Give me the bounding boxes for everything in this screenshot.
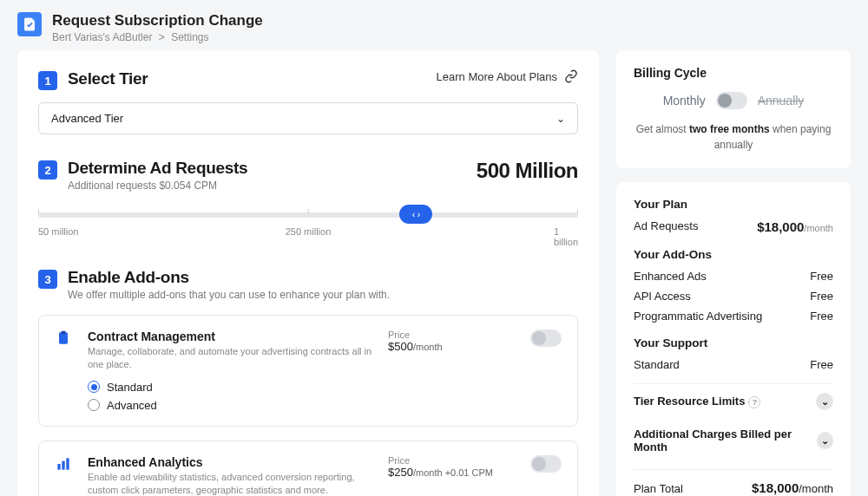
step-number: 3 [38, 270, 57, 289]
section-title: Determine Ad Requests [68, 159, 247, 178]
plan-addon-row: Enhanced AdsFree [634, 266, 833, 286]
section-addons: 3 Enable Add-ons We offer multiple add-o… [38, 268, 578, 496]
page-header: Request Subscription Change Bert Varias'… [0, 0, 868, 50]
slider-tick: 50 million [38, 226, 78, 237]
app-logo-icon [17, 12, 42, 36]
slider-tick: 1 billion [554, 226, 578, 247]
breadcrumb-account[interactable]: Bert Varias's AdButler [52, 31, 152, 43]
svg-rect-1 [62, 331, 66, 334]
ad-requests-label: Ad Requests [634, 219, 698, 234]
svg-rect-0 [59, 332, 68, 343]
chevron-down-icon: ⌄ [816, 393, 833, 410]
svg-rect-2 [57, 464, 60, 470]
plan-addon-row: API AccessFree [634, 286, 833, 306]
addon-toggle[interactable] [530, 330, 562, 347]
addon-contract-management: Contract Management Manage, collaborate,… [38, 315, 578, 427]
link-icon [564, 69, 578, 83]
tier-limits-expander[interactable]: Tier Resource Limits? ⌄ [634, 383, 833, 419]
section-select-tier: 1 Select Tier Learn More About Plans Adv… [38, 69, 578, 134]
section-ad-requests: 2 Determine Ad Requests Additional reque… [38, 159, 578, 244]
billing-cycle-card: Billing Cycle Monthly Annually Get almos… [616, 50, 851, 168]
section-subtitle: Additional requests $0.054 CPM [68, 179, 247, 192]
chevron-right-icon: › [417, 210, 420, 219]
ad-requests-price: $18,000 [757, 219, 804, 234]
price-label: Price [388, 455, 518, 466]
slider-handle[interactable]: ‹ › [399, 205, 432, 224]
addon-desc: Enable ad viewability statistics, advanc… [88, 471, 376, 496]
info-icon: ? [748, 396, 760, 408]
billing-annually-label: Annually [758, 94, 805, 108]
addon-toggle[interactable] [530, 455, 562, 473]
svg-rect-3 [62, 460, 64, 469]
price-value: $500/month [388, 340, 518, 353]
billing-title: Billing Cycle [634, 66, 833, 80]
addon-option-standard[interactable]: Standard [88, 381, 376, 394]
addon-enhanced-analytics: Enhanced Analytics Enable ad viewability… [38, 441, 578, 496]
chevron-down-icon: ⌄ [556, 113, 565, 125]
your-addons-title: Your Add-Ons [634, 248, 833, 261]
chevron-down-icon: ⌄ [817, 432, 833, 449]
tier-select-value: Advanced Tier [51, 112, 123, 125]
billing-toggle[interactable] [716, 92, 747, 109]
section-subtitle: We offer multiple add-ons that you can u… [68, 289, 390, 301]
addon-option-advanced[interactable]: Advanced [88, 399, 376, 412]
billing-note: Get almost two free months when paying a… [634, 121, 833, 153]
tier-select[interactable]: Advanced Tier ⌄ [38, 102, 578, 134]
section-title: Select Tier [68, 69, 148, 88]
plan-support-row: StandardFree [634, 355, 833, 375]
section-title: Enable Add-ons [68, 268, 390, 287]
your-support-title: Your Support [634, 336, 833, 349]
step-number: 1 [38, 71, 57, 90]
chevron-left-icon: ‹ [412, 210, 416, 219]
plan-total-label: Plan Total [634, 482, 683, 495]
breadcrumb-settings[interactable]: Settings [171, 31, 208, 43]
plan-addon-row: Programmatic AdvertisingFree [634, 306, 833, 326]
addon-title: Contract Management [88, 330, 376, 343]
price-label: Price [388, 330, 518, 340]
breadcrumb: Bert Varias's AdButler > Settings [52, 31, 263, 43]
plan-summary-card: Your Plan Ad Requests $18,000/month Your… [616, 182, 851, 496]
plan-total-price: $18,000 [752, 480, 799, 495]
request-amount: 500 Million [477, 159, 578, 183]
additional-charges-expander[interactable]: Additional Charges Billed per Month ⌄ [634, 419, 833, 462]
learn-more-link[interactable]: Learn More About Plans [437, 70, 557, 83]
slider-tick: 250 million [286, 226, 332, 237]
clipboard-icon [55, 330, 76, 350]
your-plan-title: Your Plan [634, 198, 833, 211]
addon-title: Enhanced Analytics [88, 455, 376, 469]
price-value: $250/month +0.01 CPM [388, 466, 518, 479]
page-title: Request Subscription Change [52, 12, 263, 29]
step-number: 2 [38, 160, 57, 179]
billing-monthly-label[interactable]: Monthly [663, 94, 706, 108]
svg-rect-4 [66, 458, 69, 469]
addon-desc: Manage, collaborate, and automate your a… [88, 345, 376, 372]
bar-chart-icon [55, 455, 76, 476]
